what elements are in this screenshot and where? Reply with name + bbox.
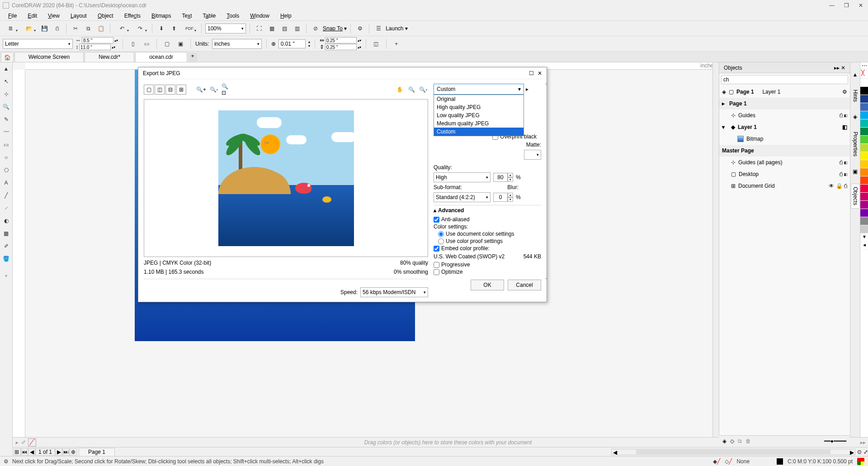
menu-tools[interactable]: Tools: [222, 12, 244, 20]
menu-window[interactable]: Window: [245, 12, 274, 20]
page-height-input[interactable]: [79, 44, 111, 50]
next-page[interactable]: ▶: [55, 448, 62, 456]
blur-spin[interactable]: ▴▾: [493, 193, 513, 202]
transparency-tool[interactable]: ▦: [2, 229, 11, 238]
ok-button[interactable]: OK: [471, 280, 504, 290]
page-size-combo[interactable]: Letter▾: [3, 39, 73, 49]
speed-combo[interactable]: 56 kbps Modem/ISDN▾: [360, 287, 428, 297]
master-page-node[interactable]: Master Page: [719, 145, 850, 157]
tab-welcome[interactable]: Welcome Screen: [14, 52, 84, 62]
objects-search-input[interactable]: [721, 75, 848, 84]
color-swatch-10[interactable]: [860, 160, 868, 168]
text-tool[interactable]: A: [2, 178, 11, 187]
optimize-checkbox[interactable]: [434, 269, 439, 275]
freehand-tool[interactable]: ✎: [2, 115, 11, 124]
menu-text[interactable]: Text: [177, 12, 196, 20]
prev-page[interactable]: ◀: [28, 448, 35, 456]
single-preview-button[interactable]: ▢: [144, 85, 154, 95]
pdf-button[interactable]: PDF▾: [181, 23, 198, 34]
add-button[interactable]: +: [391, 38, 402, 49]
current-page-button[interactable]: ▣: [175, 38, 186, 49]
all-pages-button[interactable]: ▢: [161, 38, 172, 49]
preset-opt-low[interactable]: Low quality JPEG: [434, 111, 524, 119]
cancel-button[interactable]: Cancel: [508, 280, 541, 290]
show-grid-button[interactable]: ▤: [279, 23, 290, 34]
zoom-tool[interactable]: 🔍: [2, 102, 11, 111]
dlg-scroll-up[interactable]: ˄: [545, 83, 551, 89]
color-swatch-13[interactable]: [860, 185, 868, 193]
zoom-out-preview[interactable]: 🔍-: [209, 85, 219, 95]
split-h-button[interactable]: ⊟: [165, 85, 175, 95]
paste-button[interactable]: 📋: [95, 23, 106, 34]
color-swatch-11[interactable]: [860, 168, 868, 176]
color-swatch-16[interactable]: [860, 209, 868, 217]
save-button[interactable]: 💾: [39, 23, 50, 34]
dialog-maximize-button[interactable]: ☐: [529, 70, 534, 76]
last-page[interactable]: ⏭: [62, 448, 70, 456]
dup-y-input[interactable]: [325, 44, 357, 50]
vertical-scrollbar[interactable]: [712, 62, 719, 448]
split-4-button[interactable]: ⊞: [176, 85, 186, 95]
snap-off-button[interactable]: ⊘: [310, 23, 321, 34]
menu-file[interactable]: File: [4, 12, 21, 20]
matte-combo[interactable]: ▾: [524, 150, 541, 160]
quality-combo[interactable]: High▾: [434, 172, 491, 182]
desktop-node[interactable]: ▢ Desktop⎙ ◧: [719, 168, 850, 180]
outline-color-swatch[interactable]: [777, 458, 783, 465]
objects-tab[interactable]: Objects: [851, 184, 860, 209]
layer1-node[interactable]: ▾◆ Layer 1◧: [719, 121, 850, 133]
split-v-button[interactable]: ◫: [155, 85, 165, 95]
progressive-checkbox[interactable]: [434, 262, 439, 268]
add-tab-button[interactable]: +: [188, 53, 197, 62]
menu-help[interactable]: Help: [276, 12, 296, 20]
menu-object[interactable]: Object: [93, 12, 118, 20]
pan-preview[interactable]: ✋: [395, 85, 405, 95]
add-page-after[interactable]: ⊕: [70, 448, 77, 456]
redo-button[interactable]: ↷▾: [132, 23, 148, 34]
rectangle-tool[interactable]: ▭: [2, 140, 11, 149]
guides-node[interactable]: ⊹ Guides⎙ ◧: [719, 109, 850, 121]
export-button[interactable]: ⬆: [169, 23, 179, 34]
menu-edit[interactable]: Edit: [23, 12, 42, 20]
zoom-in-preview[interactable]: 🔍+: [196, 85, 206, 95]
color-swatch-1[interactable]: [860, 87, 868, 95]
preset-opt-custom[interactable]: Custom: [434, 128, 524, 136]
color-swatch-5[interactable]: [860, 119, 868, 128]
ellipse-tool[interactable]: ○: [2, 153, 11, 162]
zoom-out-preview2[interactable]: 🔍-: [418, 85, 428, 95]
color-swatch-18[interactable]: [860, 225, 868, 233]
print-button[interactable]: ⎙: [52, 23, 62, 34]
polygon-tool[interactable]: ⬠: [2, 166, 11, 175]
show-rulers-button[interactable]: ▦: [266, 23, 277, 34]
new-master-layer-button[interactable]: ◇: [730, 438, 734, 444]
new-button[interactable]: 🗎▾: [3, 23, 19, 34]
color-swatch-8[interactable]: [860, 144, 868, 152]
advanced-header[interactable]: ▴Advanced: [434, 205, 541, 215]
preset-next-button[interactable]: ▸: [526, 86, 528, 92]
open-button[interactable]: 📂▾: [21, 23, 37, 34]
slider[interactable]: ━━●━━━━: [824, 438, 846, 444]
fill-tool[interactable]: 🪣: [2, 254, 11, 263]
color-proof-icon[interactable]: [857, 458, 864, 465]
options-icon[interactable]: ⚙: [842, 89, 847, 95]
color-swatch-3[interactable]: [860, 103, 868, 111]
zoom-combo[interactable]: 100%▾: [205, 24, 246, 33]
collapse-panel-button[interactable]: ▸▸: [834, 65, 840, 71]
tab-ocean[interactable]: ocean.cdr: [135, 52, 187, 62]
copy-button[interactable]: ⧉: [83, 23, 94, 34]
delete-button[interactable]: 🗑: [745, 438, 751, 444]
new-layer-button[interactable]: ◈: [722, 438, 726, 444]
color-swatch-6[interactable]: [860, 128, 868, 136]
tab-newcdr[interactable]: New.cdr*: [85, 52, 134, 62]
zoom-fit-preview[interactable]: 🔍⊡: [222, 85, 231, 95]
eyedropper-tool[interactable]: ✐: [2, 242, 11, 251]
show-guides-button[interactable]: ▥: [292, 23, 302, 34]
eyedropper-icon[interactable]: ✐: [21, 439, 25, 446]
color-swatch-14[interactable]: [860, 193, 868, 201]
nudge-input[interactable]: [278, 39, 306, 48]
menu-bitmaps[interactable]: Bitmaps: [147, 12, 175, 20]
subformat-combo[interactable]: Standard (4:2:2)▾: [434, 192, 491, 202]
launch-icon[interactable]: ☰: [373, 23, 384, 34]
color-swatch-4[interactable]: [860, 111, 868, 119]
dlg-scroll-down[interactable]: ˅: [545, 277, 551, 284]
